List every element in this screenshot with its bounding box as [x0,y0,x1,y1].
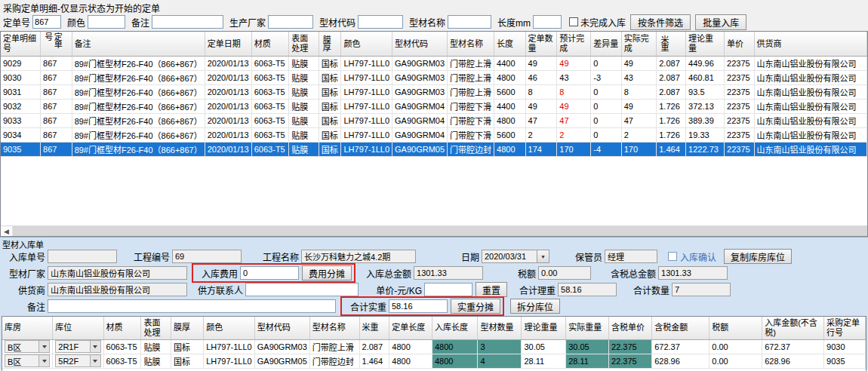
cell[interactable]: GA90GRM05 [254,354,309,368]
cell[interactable]: 1.726 [657,113,686,127]
table-row[interactable]: B区5R2F6063-T5贴膜国标LH797-1LL0GA90GRM05门带腔边… [2,354,866,368]
cell[interactable]: B区 [2,354,53,368]
cell[interactable]: 1.464 [657,142,686,156]
column-header[interactable]: 颜色 [341,32,392,56]
remark-field[interactable] [48,299,336,313]
table-row[interactable]: 903086789#门框型材F26-F40（866+867）2020/01/13… [1,70,867,84]
column-header[interactable]: 材质 [103,317,141,339]
column-header[interactable]: 米重 [657,32,686,56]
inbound-fee-field[interactable] [240,266,299,280]
column-header[interactable]: 入库金额(不含税) [762,317,824,339]
cell[interactable]: 49 [525,56,557,70]
cell[interactable]: 门带腔边封 [309,354,359,368]
cell[interactable]: 6063-T5 [103,339,141,354]
cell[interactable]: LH797-1LL0 [341,99,392,113]
cell[interactable]: 89#门框型材F26-F40（866+867） [72,127,205,142]
cell[interactable]: 山东南山铝业股份有限公司 [754,99,866,113]
cell[interactable]: 2R1F [53,339,103,354]
cell[interactable]: 0 [591,113,621,127]
cell[interactable]: 山东南山铝业股份有限公司 [754,127,866,142]
cell[interactable]: 867 [41,56,72,70]
cell[interactable]: 89#门框型材F26-F40（866+867） [72,56,205,70]
batch-inbound-button[interactable]: 批量入库 [695,14,746,30]
cell[interactable]: 9033 [1,113,41,127]
cell[interactable]: 170 [557,142,591,156]
cell[interactable]: 2.087 [657,84,686,99]
column-header[interactable]: 采购定单行号 [824,317,866,339]
cell[interactable]: 28.11 [522,354,566,368]
cell[interactable]: 4800 [494,70,525,84]
profile-factory-field[interactable] [48,266,187,280]
column-header[interactable]: 表面处理 [289,32,319,56]
cell[interactable]: 2.087 [359,339,389,354]
filter-color-input[interactable] [88,15,125,29]
scroll-left-icon[interactable]: ◀ [1,226,13,236]
cell[interactable]: 国标 [171,339,203,354]
date-field[interactable] [482,250,537,263]
cell[interactable]: 门带腔上滑 [448,70,494,84]
cell[interactable]: 43 [621,70,657,84]
project-name-field[interactable] [301,250,416,263]
cell[interactable]: 0 [591,127,621,142]
cell[interactable]: 449.96 [686,56,725,70]
project-no-field[interactable] [172,250,242,263]
cell[interactable]: 2 [557,127,591,142]
chevron-down-icon[interactable] [90,355,100,366]
cell[interactable]: 628.96 [762,354,824,368]
cell[interactable]: LH797-1LL0 [341,70,392,84]
cell[interactable]: 372.13 [686,99,725,113]
cell[interactable]: 46 [525,70,557,84]
cell[interactable]: 0 [591,99,621,113]
cell[interactable]: 460.81 [686,70,725,84]
cell[interactable]: 4400 [494,99,525,113]
table-row[interactable]: 903186789#门框型材F26-F40（866+867）2020/01/13… [1,84,867,99]
cell[interactable]: 49 [525,99,557,113]
cell[interactable]: 867 [41,99,72,113]
cell[interactable]: 6063-T5 [251,127,289,142]
column-header[interactable]: 定单日期 [205,32,251,56]
cell[interactable]: 2.087 [657,70,686,84]
cell[interactable]: 22375 [725,56,755,70]
contact-field[interactable] [245,283,359,296]
column-header[interactable]: 膜厚 [319,32,341,56]
cell[interactable]: 389.39 [686,113,725,127]
cell[interactable]: 2.087 [657,56,686,70]
table-row[interactable]: 903386789#门框型材F26-F40（866+867）2020/01/13… [1,113,867,127]
cell[interactable]: 山东南山铝业股份有限公司 [754,142,866,156]
cell[interactable]: 国标 [319,70,341,84]
column-header[interactable]: 单价 [725,32,755,56]
column-header[interactable]: 米重 [359,317,389,339]
horizontal-scrollbar[interactable]: ◀ [1,225,867,236]
cell[interactable]: 5600 [494,84,525,99]
table-row[interactable]: 903486789#门框型材F26-F40（866+867）2020/01/13… [1,127,867,142]
cell[interactable]: 国标 [319,56,341,70]
cell[interactable]: 国标 [319,84,341,99]
cell[interactable]: 5R2F [53,354,103,368]
cell[interactable]: 山东南山铝业股份有限公司 [754,84,866,99]
cell[interactable]: 4800 [432,354,478,368]
column-header[interactable]: 定单号 [41,32,72,56]
cell[interactable]: 170 [621,142,657,156]
cell[interactable]: 贴膜 [289,127,319,142]
column-header[interactable]: 库房 [2,317,53,339]
column-header[interactable]: 型材代码 [392,32,448,56]
cell[interactable]: 6063-T5 [103,354,141,368]
inbound-no-field[interactable] [48,250,117,263]
cell[interactable]: 国标 [319,113,341,127]
cell[interactable]: 6063-T5 [251,113,289,127]
cell[interactable]: GA90GRM03 [392,70,448,84]
cell[interactable]: 867 [41,142,72,156]
cell[interactable]: 47 [621,113,657,127]
cell[interactable]: 2 [525,127,557,142]
cell[interactable]: LH797-1LL0 [341,127,392,142]
cell[interactable]: 6063-T5 [251,99,289,113]
cell[interactable]: GA90GRM03 [392,84,448,99]
cell[interactable]: 867 [41,127,72,142]
column-header[interactable]: 税额 [709,317,762,339]
cell[interactable]: 0 [591,56,621,70]
column-header[interactable]: 实际重量 [566,317,609,339]
cell[interactable]: 867 [41,70,72,84]
cell[interactable]: 9034 [1,127,41,142]
cell[interactable]: 9035 [824,354,866,368]
unit-price-field[interactable] [424,283,472,296]
